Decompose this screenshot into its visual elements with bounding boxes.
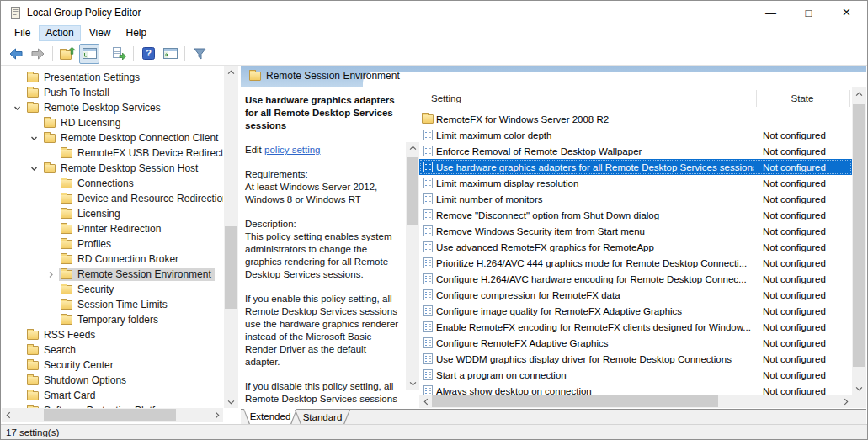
details-vertical-scrollbar[interactable] [406,142,419,390]
folder-icon [27,346,39,355]
menu-help[interactable]: Help [120,25,154,41]
column-divider[interactable] [849,90,850,107]
setting-row[interactable]: Always show desktop on connectionNot con… [419,383,852,395]
tree-item[interactable]: Remote Session Environment [2,267,223,282]
chevron-down-icon[interactable] [25,161,42,176]
scroll-down-icon[interactable] [406,378,419,390]
folder-icon [61,225,72,234]
help-icon[interactable]: ? [138,44,158,64]
scrollbar-thumb[interactable] [432,395,718,407]
tree-item[interactable]: RemoteFX USB Device Redirection [2,146,223,161]
tab-extended[interactable]: Extended [243,409,297,425]
policy-setting-link[interactable]: policy setting [264,145,320,155]
setting-row[interactable]: Enable RemoteFX encoding for RemoteFX cl… [419,319,852,335]
forward-icon[interactable] [28,44,48,64]
setting-row[interactable]: Enforce Removal of Remote Desktop Wallpa… [419,143,852,159]
results-pane: Remote Session Environment Use hardware … [241,66,866,426]
tree-item[interactable]: Profiles [2,236,223,252]
expander-spacer [42,282,59,297]
minimize-button[interactable]: — [752,1,790,24]
scroll-up-icon[interactable] [224,66,238,78]
scrollbar-thumb[interactable] [44,409,176,421]
folder-icon [27,376,39,385]
setting-row[interactable]: Start a program on connectionNot configu… [419,367,852,383]
column-header-setting[interactable]: Setting [431,93,461,103]
setting-row[interactable]: Remove "Disconnect" option from Shut Dow… [419,207,852,223]
setting-row[interactable]: RemoteFX for Windows Server 2008 R2 [419,111,852,127]
tree-item[interactable]: RD Connection Broker [2,252,223,267]
maximize-button[interactable]: □ [790,1,828,24]
tree-item[interactable]: Security Center [2,358,223,373]
list-horizontal-scrollbar[interactable] [419,395,852,408]
close-button[interactable]: × [828,1,865,24]
scroll-left-icon[interactable] [419,395,432,408]
list-vertical-scrollbar[interactable] [852,87,866,395]
show-console-tree-icon[interactable] [79,44,99,64]
tree-item[interactable]: Security [2,282,223,297]
menu-action[interactable]: Action [39,25,80,41]
chevron-down-icon[interactable] [25,130,42,146]
tree-item[interactable]: Presentation Settings [2,70,223,85]
folder-icon [27,391,39,400]
scrollbar-thumb[interactable] [225,226,237,309]
tree-item[interactable]: Device and Resource Redirection [2,191,223,206]
tree-item[interactable]: Smart Card [2,388,223,403]
menu-view[interactable]: View [83,25,118,41]
show-action-pane-icon[interactable] [160,44,180,64]
folder-icon [61,149,72,158]
tree-horizontal-scrollbar[interactable] [2,408,223,422]
tree-item[interactable]: RD Licensing [2,115,223,130]
toolbar-separator [133,46,134,61]
setting-row[interactable]: Use WDDM graphics display driver for Rem… [419,351,852,367]
column-header-state[interactable]: State [756,93,849,103]
tree-item[interactable]: Search [2,342,223,358]
tree-item[interactable]: Remote Desktop Session Host [2,161,223,176]
scroll-right-icon[interactable] [839,395,852,408]
tree-item[interactable]: Push To Install [2,85,223,100]
scroll-down-icon[interactable] [852,382,866,395]
tree-item[interactable]: Temporary folders [2,312,223,327]
setting-row[interactable]: Configure H.264/AVC hardware encoding fo… [419,271,852,287]
setting-row[interactable]: Limit maximum color depthNot configured [419,127,852,143]
tree-item[interactable]: Remote Desktop Connection Client [2,130,223,146]
details-paragraph: If you enable this policy setting, all R… [245,293,402,368]
details-paragraphs: This policy setting enables system admin… [245,231,402,406]
setting-label: Prioritize H.264/AVC 444 graphics mode f… [436,258,754,268]
tree-item[interactable]: Licensing [2,206,223,221]
setting-row[interactable]: Configure compression for RemoteFX dataN… [419,287,852,303]
setting-row[interactable]: Limit maximum display resolutionNot conf… [419,175,852,191]
scroll-up-icon[interactable] [406,142,419,154]
scroll-down-icon[interactable] [224,395,238,408]
tree-vertical-scrollbar[interactable] [224,66,238,408]
scroll-right-icon[interactable] [210,408,223,422]
chevron-right-icon[interactable] [42,267,59,282]
scrollbar-thumb[interactable] [407,157,418,225]
scrollbar-thumb[interactable] [853,104,865,367]
setting-row[interactable]: Configure RemoteFX Adaptive GraphicsNot … [419,335,852,351]
export-list-icon[interactable] [109,44,129,64]
tree-item[interactable]: Session Time Limits [2,297,223,312]
tree-item[interactable]: Printer Redirection [2,221,223,236]
tree-item[interactable]: Connections [2,176,223,191]
policy-setting-icon [419,385,436,395]
tree-item[interactable]: RSS Feeds [2,327,223,342]
menu-file[interactable]: File [8,25,37,41]
scroll-left-icon[interactable] [2,408,14,422]
filter-icon[interactable] [189,44,210,64]
setting-row[interactable]: Use hardware graphics adapters for all R… [419,159,852,175]
setting-row[interactable]: Remove Windows Security item from Start … [419,223,852,239]
scroll-up-icon[interactable] [852,87,866,100]
tree-item-label: RD Licensing [61,117,120,129]
setting-row[interactable]: Limit number of monitorsNot configured [419,191,852,207]
tree-item-label: Presentation Settings [44,72,140,83]
setting-row[interactable]: Prioritize H.264/AVC 444 graphics mode f… [419,255,852,271]
up-one-level-icon[interactable] [57,44,77,64]
setting-row[interactable]: Use advanced RemoteFX graphics for Remot… [419,239,852,255]
tree-item[interactable]: Remote Desktop Services [2,100,223,115]
tab-standard[interactable]: Standard [295,410,350,425]
setting-row[interactable]: Configure image quality for RemoteFX Ada… [419,303,852,319]
tree-item[interactable]: Shutdown Options [2,373,223,388]
expander-spacer [8,327,25,342]
chevron-down-icon[interactable] [8,100,25,115]
back-icon[interactable] [6,44,26,64]
